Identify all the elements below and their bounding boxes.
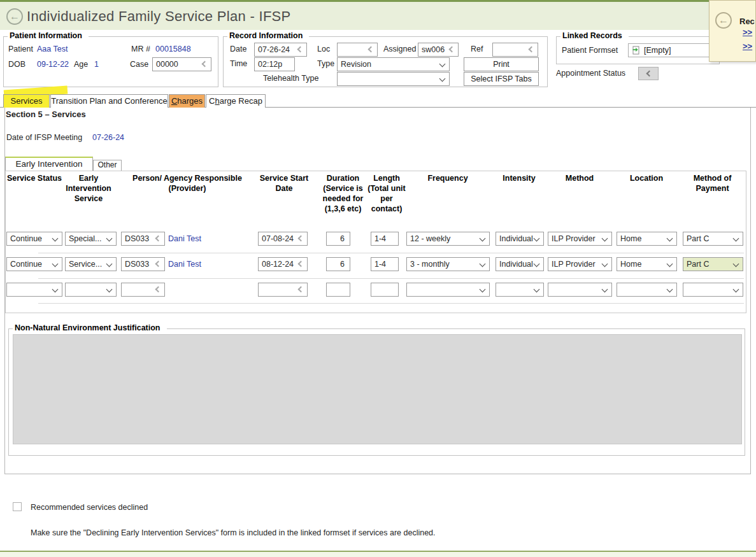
meeting-date-label: Date of IFSP Meeting xyxy=(6,133,82,142)
print-button[interactable]: Print xyxy=(464,57,539,71)
tab-charges[interactable]: Charges xyxy=(169,94,205,108)
service-start-date-field[interactable] xyxy=(258,283,308,297)
next-record-link[interactable]: >> xyxy=(743,27,752,37)
ref-field[interactable] xyxy=(492,43,538,57)
justification-title: Non-Natural Environment Justification xyxy=(13,323,167,332)
provider-code-field[interactable]: DS033 xyxy=(121,257,165,271)
intensity-select[interactable]: Individual xyxy=(496,232,544,246)
age-value: 1 xyxy=(94,60,99,69)
date-label: Date xyxy=(230,45,246,53)
select-ifsp-tabs-button[interactable]: Select IFSP Tabs xyxy=(464,72,539,86)
assigned-field[interactable]: sw006 xyxy=(418,43,459,57)
tab-charge-recap[interactable]: Charge Recap xyxy=(206,94,266,108)
lookup-chevron-icon xyxy=(155,286,162,293)
chevron-down-icon xyxy=(480,286,486,293)
provider-code-field[interactable]: DS033 xyxy=(121,232,165,246)
bottom-status-bar xyxy=(0,551,756,557)
ei-service-select[interactable] xyxy=(65,283,117,297)
appointment-status-field[interactable] xyxy=(638,67,659,80)
service-start-date-field[interactable]: 07-08-24 xyxy=(258,232,308,246)
frequency-select[interactable]: 3 - monthly xyxy=(406,257,490,271)
subtab-early-intervention[interactable]: Early Intervention xyxy=(5,157,93,171)
patient-formset-field[interactable]: [Empty] xyxy=(628,43,718,57)
table-row: Continue Special... DS033 Dani Test 07-0… xyxy=(0,232,756,247)
duration-input[interactable] xyxy=(326,283,350,297)
chevron-down-icon xyxy=(480,236,486,242)
back-arrow-icon[interactable]: ← xyxy=(6,8,23,25)
row-separator xyxy=(38,303,744,304)
col-method-payment: Method of Payment xyxy=(681,173,743,194)
patient-formset-label: Patient Formset xyxy=(562,46,618,55)
case-label: Case xyxy=(130,60,148,69)
intensity-select[interactable] xyxy=(496,283,544,297)
patient-name-value[interactable]: Aaa Test xyxy=(37,45,68,53)
col-length: Length (Total unit per contact) xyxy=(367,173,406,214)
title-bar: ← Individualized Family Service Plan - I… xyxy=(0,0,756,30)
provider-name-link[interactable]: Dani Test xyxy=(168,232,201,246)
location-select[interactable]: Home xyxy=(617,232,677,246)
length-input[interactable] xyxy=(371,283,399,297)
last-record-link[interactable]: >> xyxy=(743,41,752,51)
location-select[interactable] xyxy=(617,283,677,297)
case-field[interactable]: 00000 xyxy=(152,57,211,71)
lookup-chevron-icon xyxy=(298,261,304,267)
type-select[interactable]: Revision xyxy=(337,57,450,71)
duration-input[interactable]: 6 xyxy=(326,257,350,271)
time-field[interactable]: 02:12p xyxy=(254,57,295,71)
lookup-chevron-icon xyxy=(155,261,162,267)
lookup-chevron-icon xyxy=(298,286,304,293)
provider-code-field[interactable] xyxy=(121,283,165,297)
lookup-chevron-icon xyxy=(529,46,535,53)
col-method: Method xyxy=(547,173,612,183)
loc-field[interactable] xyxy=(337,43,378,57)
chevron-down-icon xyxy=(733,286,739,293)
ei-service-select[interactable]: Special... xyxy=(65,232,117,246)
frequency-select[interactable]: 12 - weekly xyxy=(406,232,490,246)
patient-information-group: Patient Information Patient Aaa Test MR … xyxy=(3,36,218,87)
justification-group: Non-Natural Environment Justification xyxy=(8,328,745,456)
intensity-select[interactable]: Individual xyxy=(496,257,544,271)
location-select[interactable]: Home xyxy=(617,257,677,271)
chevron-down-icon xyxy=(52,286,59,293)
duration-input[interactable]: 6 xyxy=(326,232,350,246)
col-frequency: Frequency xyxy=(406,173,490,183)
date-field[interactable]: 07-26-24 xyxy=(254,43,307,57)
age-label: Age xyxy=(74,60,88,69)
telehealth-label: Telehealth Type xyxy=(263,74,318,83)
telehealth-select[interactable] xyxy=(337,72,450,86)
service-status-select[interactable] xyxy=(6,283,62,297)
ref-label: Ref xyxy=(471,45,483,53)
col-duration: Duration (Service is needed for (1,3,6 e… xyxy=(320,173,366,214)
tab-transition-plan[interactable]: Transition Plan and Conference xyxy=(50,94,168,108)
subtab-other[interactable]: Other xyxy=(93,160,122,171)
panel-back-arrow-icon[interactable]: ← xyxy=(715,12,732,29)
record-information-group: Record Information Date 07-26-24 Loc Ass… xyxy=(223,36,548,87)
method-select[interactable] xyxy=(548,283,612,297)
length-input[interactable]: 1-4 xyxy=(371,232,399,246)
lookup-chevron-icon xyxy=(646,71,653,77)
ei-service-select[interactable]: Service... xyxy=(65,257,117,271)
payment-select[interactable]: Part C xyxy=(683,232,743,246)
row-separator xyxy=(38,253,744,253)
dob-value: 09-12-22 xyxy=(37,60,69,69)
length-input[interactable]: 1-4 xyxy=(371,257,399,271)
patient-information-title: Patient Information xyxy=(8,31,89,40)
lookup-chevron-icon xyxy=(298,236,304,242)
method-select[interactable]: ILP Provider xyxy=(548,232,612,246)
appointment-status-label: Appointment Status xyxy=(556,69,625,78)
services-declined-checkbox[interactable] xyxy=(13,502,22,511)
chevron-down-icon xyxy=(667,236,673,242)
chevron-down-icon xyxy=(439,61,446,67)
tab-services[interactable]: Services xyxy=(3,94,50,108)
payment-select[interactable]: Part C xyxy=(683,257,743,271)
service-status-select[interactable]: Continue xyxy=(6,257,62,271)
payment-select[interactable] xyxy=(683,283,743,297)
provider-name-link[interactable]: Dani Test xyxy=(168,257,201,271)
method-select[interactable]: ILP Provider xyxy=(548,257,612,271)
service-start-date-field[interactable]: 08-12-24 xyxy=(258,257,308,271)
col-location: Location xyxy=(616,173,677,183)
record-nav-panel: ← Rec >> >> xyxy=(709,0,756,62)
frequency-select[interactable] xyxy=(406,283,490,297)
type-label: Type xyxy=(317,59,334,68)
service-status-select[interactable]: Continue xyxy=(6,232,62,246)
